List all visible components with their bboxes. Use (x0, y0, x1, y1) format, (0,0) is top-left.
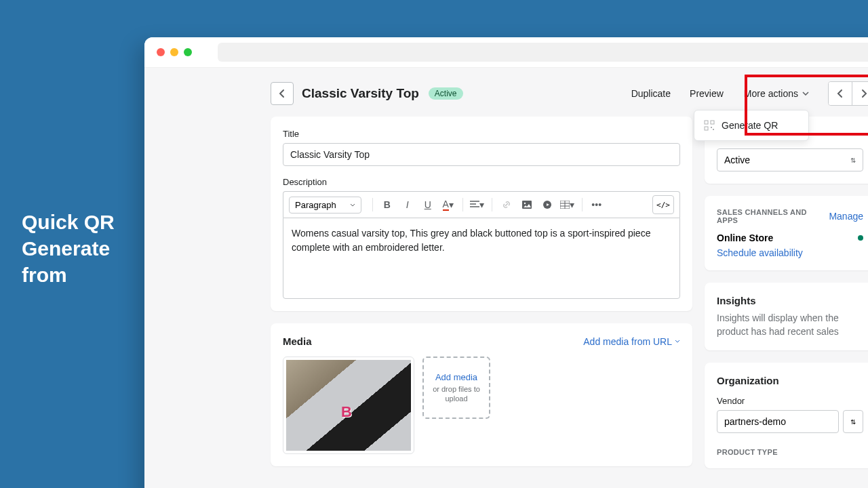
product-type-label: PRODUCT TYPE (717, 448, 863, 456)
svg-point-6 (524, 203, 526, 204)
maximize-icon[interactable] (184, 48, 192, 56)
add-media-label: Add media (435, 372, 477, 382)
code-view-button[interactable]: </> (652, 195, 674, 214)
title-description-card: Title Description Paragraph B I U A▾ (271, 117, 692, 311)
qr-icon (704, 120, 715, 131)
chevron-down-icon (802, 92, 809, 96)
organization-card: Organization Vendor partners-demo ⇅ PROD… (705, 363, 868, 468)
promo-caption: Quick QR Generate from (22, 209, 115, 288)
organization-heading: Organization (717, 375, 863, 386)
image-button[interactable] (518, 196, 536, 214)
generate-qr-label: Generate QR (722, 120, 778, 131)
svg-rect-5 (522, 201, 532, 209)
preview-button[interactable]: Preview (684, 84, 729, 103)
paragraph-select[interactable]: Paragraph (289, 197, 361, 214)
insights-heading: Insights (717, 295, 863, 306)
paragraph-label: Paragraph (295, 200, 336, 210)
more-actions-dropdown: Generate QR (694, 110, 809, 141)
underline-button[interactable]: U (419, 196, 437, 214)
status-dot-icon (858, 235, 863, 241)
svg-rect-2 (705, 127, 708, 130)
online-store-label: Online Store (717, 232, 773, 243)
schedule-availability-button[interactable]: Schedule availability (717, 247, 863, 258)
vendor-select[interactable]: partners-demo (717, 410, 839, 433)
title-label: Title (283, 129, 680, 139)
vendor-stepper[interactable]: ⇅ (843, 410, 863, 433)
svg-rect-3 (711, 127, 712, 128)
generate-qr-item[interactable]: Generate QR (694, 115, 808, 136)
window-titlebar (144, 37, 868, 68)
add-media-url-button[interactable]: Add media from URL (583, 336, 680, 347)
italic-button[interactable]: I (399, 196, 416, 214)
app-window: Classic Varsity Top Active Duplicate Pre… (144, 37, 868, 488)
page-title: Classic Varsity Top (302, 86, 419, 101)
upload-dropzone[interactable]: Add media or drop files to upload (422, 357, 490, 419)
link-button[interactable] (498, 196, 515, 214)
table-button[interactable]: ▾ (559, 196, 576, 214)
svg-rect-1 (711, 121, 714, 124)
next-button[interactable] (852, 82, 868, 105)
svg-rect-0 (705, 121, 708, 124)
title-input[interactable] (283, 143, 680, 166)
rich-text-toolbar: Paragraph B I U A▾ ▾ (283, 191, 680, 218)
back-button[interactable] (271, 82, 294, 105)
status-badge: Active (429, 87, 463, 100)
channels-card: SALES CHANNELS AND APPS Manage Online St… (705, 196, 868, 270)
drop-hint: or drop files to upload (428, 384, 485, 404)
prev-button[interactable] (829, 82, 852, 105)
close-icon[interactable] (157, 48, 165, 56)
more-formatting-button[interactable]: ••• (588, 196, 606, 214)
insights-text: Insights will display when the product h… (717, 312, 863, 338)
media-thumbnail[interactable] (283, 357, 414, 454)
text-color-button[interactable]: A▾ (439, 196, 457, 214)
channels-heading: SALES CHANNELS AND APPS (717, 208, 829, 224)
minimize-icon[interactable] (170, 48, 178, 56)
manage-channels-button[interactable]: Manage (829, 211, 863, 222)
align-button[interactable]: ▾ (469, 196, 486, 214)
chevron-down-icon (350, 203, 355, 207)
vendor-value: partners-demo (724, 416, 786, 427)
duplicate-button[interactable]: Duplicate (626, 84, 676, 103)
description-label: Description (283, 177, 680, 187)
pager-nav (828, 81, 868, 106)
more-actions-label: More actions (744, 88, 798, 99)
chevron-down-icon (675, 340, 680, 343)
media-heading: Media (283, 336, 312, 347)
url-bar[interactable] (218, 43, 868, 62)
description-editor[interactable]: Womens casual varsity top, This grey and… (283, 218, 680, 299)
status-select[interactable]: Active ⇅ (717, 148, 863, 171)
bold-button[interactable]: B (378, 196, 396, 214)
vendor-label: Vendor (717, 396, 863, 406)
video-button[interactable] (538, 196, 556, 214)
media-card: Media Add media from URL Add media or dr… (271, 323, 692, 466)
select-caret-icon: ⇅ (850, 157, 856, 164)
add-media-url-label: Add media from URL (583, 336, 672, 347)
status-value: Active (724, 155, 750, 165)
svg-rect-4 (713, 129, 714, 130)
app-body: Classic Varsity Top Active Duplicate Pre… (144, 68, 868, 488)
insights-card: Insights Insights will display when the … (705, 283, 868, 350)
more-actions-button[interactable]: More actions (737, 84, 816, 103)
